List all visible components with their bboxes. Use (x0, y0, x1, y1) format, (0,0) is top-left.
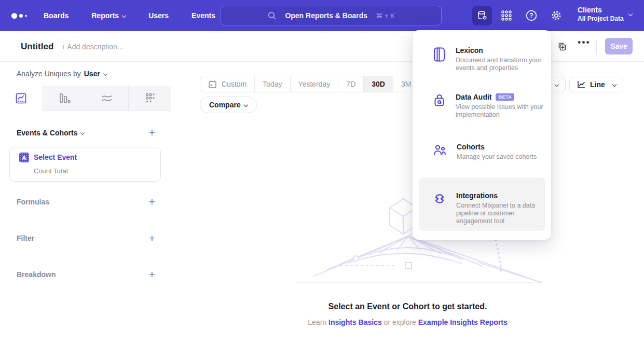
help-icon: ? (525, 9, 538, 22)
data-audit-icon (433, 92, 446, 119)
flow-tab-icon (101, 92, 113, 104)
line-chart-tab-icon (15, 92, 27, 104)
menu-title: Integrations (456, 191, 498, 200)
compare-label: Compare (209, 101, 241, 109)
line-chart-icon (577, 80, 586, 89)
tab-retention-grid[interactable] (128, 86, 171, 111)
grid-dots-icon (500, 9, 513, 22)
save-button[interactable]: Save (605, 38, 633, 54)
settings-button[interactable] (546, 6, 566, 25)
compare-button[interactable]: Compare (200, 97, 257, 113)
nav-link-reports[interactable]: Reports (91, 11, 126, 20)
more-options-button[interactable]: ••• (578, 37, 591, 48)
tab-insights-line[interactable] (0, 86, 43, 111)
svg-text:?: ? (529, 12, 533, 19)
search-placeholder: Open Reports & Boards (285, 11, 367, 20)
calendar-icon (208, 80, 217, 89)
menu-item-data-audit[interactable]: Data AuditBETA View possible issues with… (419, 92, 545, 119)
breakdown-label: Breakdown (17, 270, 56, 279)
analyze-uniques-row: Analyze Uniques byUser (17, 70, 107, 78)
range-custom[interactable]: Custom (200, 76, 254, 92)
duplicate-report-button[interactable] (557, 42, 567, 51)
report-title[interactable]: Untitled (21, 42, 53, 52)
events-cohorts-text: Events & Cohorts (17, 129, 77, 137)
chevron-down-icon (243, 103, 248, 107)
lexicon-icon (433, 46, 446, 72)
integrations-icon (433, 191, 446, 231)
select-event-label[interactable]: Select Event (34, 153, 77, 161)
nav-link-boards[interactable]: Boards (44, 11, 68, 20)
add-description-field[interactable]: + Add description... (61, 43, 123, 51)
data-management-menu: Lexicon Document and transform your even… (413, 30, 551, 240)
database-gear-icon (476, 10, 488, 21)
dots-grid-tab-icon (144, 92, 156, 104)
insights-basics-link[interactable]: Insights Basics (328, 318, 382, 326)
chevron-down-icon (122, 13, 126, 18)
analyze-prefix-label: Analyze Uniques by (17, 70, 81, 78)
tab-flows[interactable] (86, 86, 129, 111)
global-search-button[interactable]: Open Reports & Boards ⌘ + K (221, 6, 442, 25)
bar-chart-tab-icon (58, 92, 71, 104)
date-range-control: Custom Today Yesterday 7D 30D 3M 6M (200, 76, 446, 92)
event-letter-badge: A (19, 153, 29, 162)
empty-state-title: Select an Event or Cohort to get started… (171, 302, 644, 311)
data-management-button[interactable] (472, 6, 492, 25)
range-today[interactable]: Today (254, 76, 290, 92)
gear-icon (550, 9, 563, 22)
mixpanel-insights-app: Boards Reports Users Events Open Reports… (0, 0, 644, 357)
query-builder-sidebar: Analyze Uniques byUser (0, 62, 171, 357)
search-shortcut: ⌘ + K (376, 12, 395, 20)
add-filter-button[interactable]: + (149, 234, 155, 243)
example-insights-reports-link[interactable]: Example Insights Reports (418, 318, 508, 326)
range-yesterday[interactable]: Yesterday (290, 76, 338, 92)
project-chevron-down-icon[interactable] (628, 12, 633, 16)
count-total-label[interactable]: Count Total (34, 167, 68, 175)
search-icon (267, 11, 277, 20)
chart-type-dropdown[interactable]: Line (569, 77, 623, 92)
project-name: Clients (578, 5, 624, 15)
apps-grid-button[interactable] (497, 6, 516, 25)
learn-prefix: Learn (308, 318, 326, 326)
copy-plus-icon (557, 42, 567, 51)
menu-description: Manage your saved cohorts (457, 153, 537, 161)
help-button[interactable]: ? (522, 6, 541, 25)
chevron-down-icon (555, 83, 559, 87)
project-scope: All Project Data (578, 15, 624, 23)
add-event-button[interactable]: + (149, 128, 155, 138)
mixpanel-logo-icon[interactable] (11, 13, 27, 19)
beta-badge: BETA (496, 93, 514, 101)
empty-state-links: Learn Insights Basics or explore Example… (171, 318, 644, 326)
range-7d[interactable]: 7D (338, 76, 363, 92)
chart-type-value: Line (590, 80, 605, 89)
nav-link-events[interactable]: Events (191, 11, 215, 20)
formulas-label: Formulas (17, 198, 49, 206)
menu-title: Cohorts (457, 143, 485, 151)
events-cohorts-label[interactable]: Events & Cohorts (17, 129, 84, 137)
add-breakdown-button[interactable]: + (149, 270, 155, 279)
menu-description: Connect Mixpanel to a data pipeline or c… (456, 202, 545, 225)
menu-description: Document and transform your events and p… (456, 57, 545, 72)
events-cohorts-header: Events & Cohorts + (17, 128, 155, 138)
nav-link-users[interactable]: Users (148, 11, 169, 20)
top-navbar: Boards Reports Users Events Open Reports… (0, 0, 644, 31)
header-divider (596, 39, 597, 54)
menu-item-lexicon[interactable]: Lexicon Document and transform your even… (419, 46, 545, 72)
cohorts-icon (433, 142, 447, 161)
add-formula-button[interactable]: + (149, 197, 155, 207)
project-selector[interactable]: Clients All Project Data (578, 5, 624, 23)
report-canvas: Custom Today Yesterday 7D 30D 3M 6M Line… (171, 62, 644, 357)
analyze-by-value: User (84, 70, 100, 78)
menu-item-cohorts[interactable]: Cohorts Manage your saved cohorts (419, 142, 545, 161)
menu-title: Data Audit (456, 93, 491, 101)
nav-links: Boards Reports Users Events (44, 0, 215, 31)
tab-bar-chart[interactable] (43, 86, 86, 111)
nav-link-reports-label: Reports (91, 11, 119, 20)
chevron-down-icon (80, 131, 85, 135)
menu-description: View possible issues with your implement… (456, 103, 545, 119)
select-event-card[interactable]: A Select Event Count Total (9, 147, 161, 182)
range-custom-label: Custom (222, 80, 246, 88)
range-30d-selected[interactable]: 30D (363, 76, 393, 92)
analyze-by-dropdown[interactable]: User (84, 70, 107, 78)
menu-item-integrations[interactable]: Integrations Connect Mixpanel to a data … (419, 177, 545, 231)
chart-type-tabs (0, 86, 171, 111)
